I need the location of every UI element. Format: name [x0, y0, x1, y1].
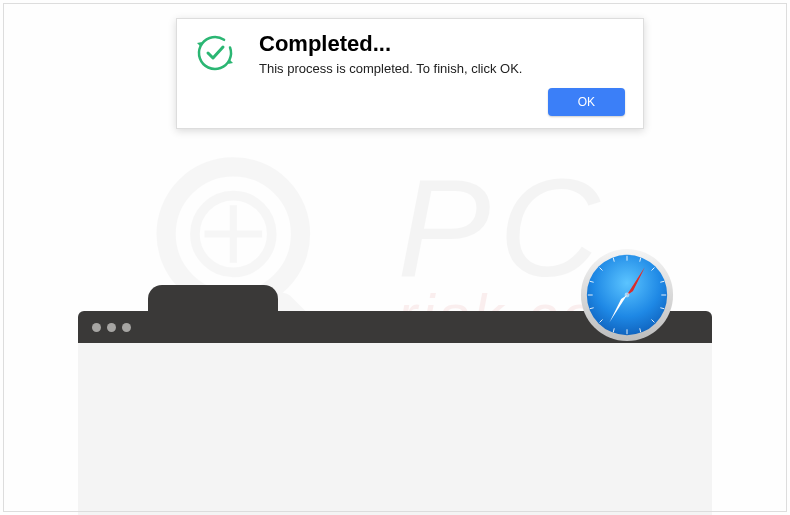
- traffic-light-minimize[interactable]: [107, 323, 116, 332]
- dialog-message: This process is completed. To finish, cl…: [259, 61, 522, 76]
- browser-viewport: [78, 343, 712, 515]
- browser-tab[interactable]: [148, 285, 278, 313]
- safari-icon: [578, 246, 676, 344]
- traffic-light-close[interactable]: [92, 323, 101, 332]
- completed-dialog: Completed... This process is completed. …: [176, 18, 644, 129]
- dialog-title: Completed...: [259, 31, 522, 57]
- success-check-icon: [195, 33, 235, 73]
- traffic-light-zoom[interactable]: [122, 323, 131, 332]
- svg-point-29: [625, 293, 630, 298]
- svg-point-5: [195, 33, 235, 73]
- svg-point-0: [166, 166, 300, 300]
- svg-point-1: [195, 195, 272, 272]
- ok-button[interactable]: OK: [548, 88, 625, 116]
